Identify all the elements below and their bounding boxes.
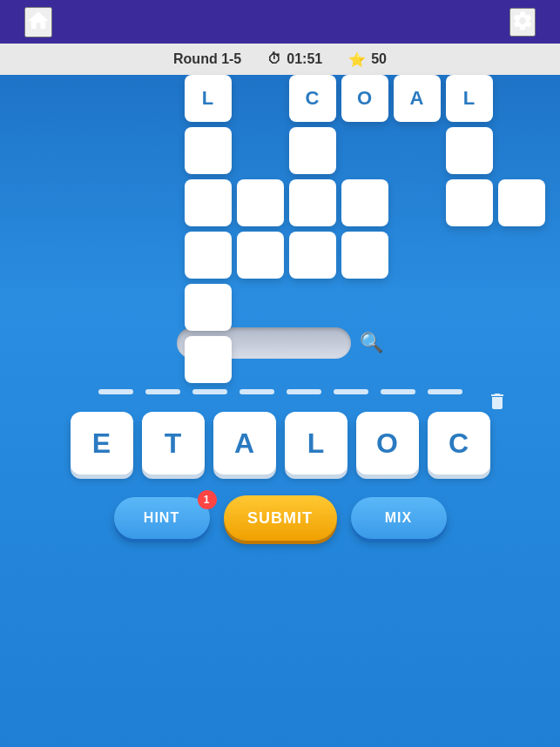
- grid-cell[interactable]: [237, 179, 284, 226]
- letter-tile[interactable]: E: [71, 412, 133, 474]
- grid-cell[interactable]: [289, 179, 336, 226]
- settings-button[interactable]: [509, 8, 536, 37]
- hint-button[interactable]: HINT 1: [114, 497, 210, 539]
- grid-cell[interactable]: [446, 179, 493, 226]
- grid-cell[interactable]: L: [185, 75, 232, 122]
- letter-tile[interactable]: C: [428, 412, 490, 474]
- answer-area: [0, 363, 560, 403]
- star-icon: ⭐: [348, 51, 366, 68]
- submit-label: SUBMIT: [247, 509, 313, 527]
- answer-slot: [287, 389, 321, 394]
- timer-icon: ⏱: [267, 51, 281, 67]
- answer-slot: [98, 389, 133, 394]
- grid-cell[interactable]: [341, 232, 388, 279]
- score-value: 50: [371, 51, 387, 67]
- puzzle-grid-area: LCOAL: [0, 75, 560, 319]
- letter-tile[interactable]: T: [142, 412, 205, 474]
- grid-cell[interactable]: [446, 127, 493, 174]
- submit-button[interactable]: SUBMIT: [224, 495, 337, 541]
- answer-slot: [381, 389, 415, 394]
- bottom-buttons: HINT 1 SUBMIT MIX: [0, 488, 560, 548]
- mix-button[interactable]: MIX: [351, 497, 447, 539]
- grid-cell[interactable]: [185, 127, 232, 174]
- grid-cell[interactable]: [185, 179, 232, 226]
- answer-slots-row: [81, 389, 480, 394]
- home-icon: [26, 9, 51, 33]
- header-bar: [0, 0, 560, 44]
- info-bar: Round 1-5 ⏱ 01:51 ⭐ 50: [0, 44, 560, 75]
- round-label: Round 1-5: [173, 51, 241, 67]
- grid-cell[interactable]: [237, 232, 284, 279]
- settings-icon: [511, 10, 534, 32]
- score-info: ⭐ 50: [348, 51, 387, 68]
- grid-cell[interactable]: O: [341, 75, 388, 122]
- grid-cell[interactable]: [289, 232, 336, 279]
- search-area: 🔍: [0, 319, 560, 363]
- hint-badge: 1: [198, 490, 217, 509]
- hint-label: HINT: [144, 510, 179, 525]
- answer-slot: [334, 389, 368, 394]
- timer-info: ⏱ 01:51: [267, 51, 322, 67]
- grid-cell[interactable]: L: [446, 75, 493, 122]
- search-button[interactable]: 🔍: [360, 332, 383, 354]
- grid-cell[interactable]: [185, 232, 232, 279]
- puzzle-grid: LCOAL: [132, 75, 428, 319]
- answer-slot: [240, 389, 274, 394]
- answer-slot: [428, 389, 462, 394]
- grid-cell[interactable]: A: [394, 75, 441, 122]
- letter-tile[interactable]: A: [213, 412, 276, 474]
- grid-cell[interactable]: C: [289, 75, 336, 122]
- delete-button[interactable]: [487, 391, 508, 417]
- letter-tile[interactable]: L: [285, 412, 347, 474]
- grid-cell[interactable]: [185, 284, 232, 331]
- grid-cell[interactable]: [341, 179, 388, 226]
- home-button[interactable]: [24, 7, 52, 37]
- answer-slot: [145, 389, 180, 394]
- letter-tiles-row: ETALOC: [0, 403, 560, 488]
- round-info: Round 1-5: [173, 51, 241, 67]
- grid-cell[interactable]: [289, 127, 336, 174]
- answer-slot: [192, 389, 227, 394]
- timer-value: 01:51: [287, 51, 322, 67]
- trash-icon: [487, 391, 508, 412]
- letter-tile[interactable]: O: [356, 412, 419, 474]
- grid-cell[interactable]: [498, 179, 545, 226]
- mix-label: MIX: [385, 510, 412, 525]
